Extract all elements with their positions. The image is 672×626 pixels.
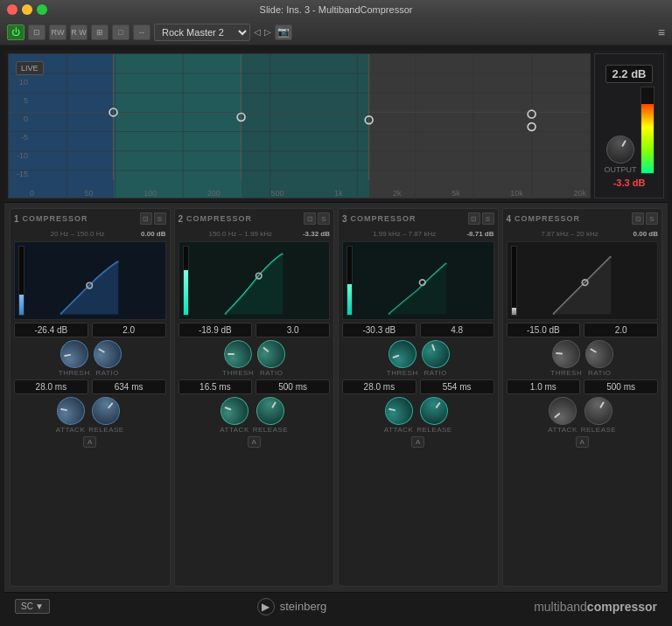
steinberg-icon: ▶	[257, 598, 275, 616]
band-4-display[interactable]	[507, 241, 659, 320]
band-3-release-value[interactable]: 554 ms	[420, 379, 494, 394]
band-1-thresh-value[interactable]: -26.4 dB	[14, 323, 88, 337]
band-2-thresh-value[interactable]: -18.9 dB	[178, 323, 253, 337]
band-4-attack-value[interactable]: 1.0 ms	[507, 379, 581, 394]
output-section: 2.2 dB OUTPUT -3.3 dB	[594, 53, 664, 198]
band-2-label: COMPRESSOR	[186, 214, 300, 223]
expand-button[interactable]: ≡	[658, 25, 665, 39]
band-4-auto-button[interactable]: A	[576, 436, 589, 448]
band-3-thresh-knob[interactable]	[384, 336, 420, 372]
maximize-button[interactable]	[37, 4, 47, 15]
spectrum-y-labels: 15 10 5 0 -5 -10 -15	[10, 58, 28, 180]
band-4-ratio-knob[interactable]	[580, 335, 619, 373]
toolbar-btn-2[interactable]: RW	[49, 24, 66, 40]
band-1-ratio-knob[interactable]	[88, 335, 127, 373]
minimize-button[interactable]	[22, 4, 32, 15]
band-4-attack-knob[interactable]	[543, 391, 583, 430]
band-2-ratio-value[interactable]: 3.0	[256, 323, 330, 337]
band-2-thresh-knob[interactable]	[224, 340, 252, 368]
spectrum-grid	[9, 54, 590, 199]
band-3-solo[interactable]: S	[482, 212, 494, 225]
toolbar-btn-5[interactable]: □	[112, 24, 130, 40]
toolbar-btn-1[interactable]: ⊡	[28, 24, 46, 40]
band-2-attack-value[interactable]: 16.5 ms	[178, 379, 253, 394]
band-4-thresh-value[interactable]: -15.0 dB	[507, 323, 581, 337]
band-2-bypass[interactable]: ⊡	[304, 212, 316, 225]
band-3-meter-fill	[347, 284, 352, 315]
band-4-release-value[interactable]: 500 ms	[584, 379, 658, 394]
band-1-release-knob-group: RELEASE	[88, 397, 123, 434]
toolbar-btn-3[interactable]: R W	[70, 24, 88, 40]
band-2-display[interactable]	[178, 241, 331, 320]
band-2-attack-knob[interactable]	[217, 393, 253, 428]
snapshot-button[interactable]: 📷	[275, 24, 292, 40]
band-4-thresh-knob-group: THRESH	[550, 340, 582, 377]
band-4-solo[interactable]: S	[646, 212, 658, 225]
band-2-params: -18.9 dB 3.0	[178, 323, 331, 337]
band-1-thresh-knob[interactable]	[58, 337, 90, 370]
band-2-range: 150.0 Hz – 1.99 kHz -3.32 dB	[178, 229, 331, 239]
prev-preset-arrow[interactable]: ◁	[254, 27, 261, 37]
toolbar-btn-4[interactable]: ⊞	[91, 24, 108, 40]
band-1-meter	[18, 246, 24, 316]
band-3-ratio-value[interactable]: 4.8	[420, 323, 494, 337]
next-preset-arrow[interactable]: ▷	[264, 27, 271, 37]
band-4-number: 4	[507, 214, 512, 224]
band-1-display[interactable]	[14, 241, 166, 320]
preset-selector[interactable]: Rock Master 2	[154, 24, 250, 41]
band-1-ratio-knob-group: RATIO	[94, 340, 122, 377]
band-2-ratio-knob[interactable]	[252, 334, 291, 373]
band-3-attack-value[interactable]: 28.0 ms	[342, 379, 416, 394]
band-3-ratio-knob[interactable]	[417, 336, 453, 372]
band-1-ratio-label: RATIO	[96, 369, 119, 377]
band-4-ratio-value[interactable]: 2.0	[584, 323, 658, 337]
window-title: Slide: Ins. 3 - MultibandCompressor	[260, 4, 413, 15]
band-3-thresh-value[interactable]: -30.3 dB	[342, 323, 416, 337]
band-4-release-knob-group: RELEASE	[581, 397, 616, 434]
sc-button[interactable]: SC ▼	[15, 599, 50, 614]
band-4-release-knob[interactable]	[579, 392, 618, 430]
output-meter	[640, 87, 654, 174]
band-4-knobs: THRESH RATIO	[507, 340, 659, 377]
band-1-solo[interactable]: S	[154, 212, 166, 225]
band-1-auto-button[interactable]: A	[83, 436, 96, 448]
band-3-auto-button[interactable]: A	[411, 436, 424, 448]
band-2-solo[interactable]: S	[318, 212, 330, 225]
live-button[interactable]: LIVE	[16, 61, 44, 75]
band-1-ratio-value[interactable]: 2.0	[92, 323, 166, 337]
band-3-attack-knob[interactable]	[382, 394, 415, 427]
band-2-number: 2	[178, 214, 184, 224]
band-4-label: COMPRESSOR	[514, 214, 628, 223]
band-1-attack-value[interactable]: 28.0 ms	[14, 379, 88, 394]
close-button[interactable]	[7, 4, 18, 15]
band-3-params: -30.3 dB 4.8	[342, 323, 494, 337]
sc-arrow: ▼	[35, 602, 44, 611]
band-2-release-knob[interactable]	[251, 392, 290, 430]
band-1-release-knob[interactable]	[87, 391, 126, 430]
toolbar-btn-6[interactable]: ↔	[133, 24, 150, 40]
band-1-range: 20 Hz – 150.0 Hz 0.00 dB	[14, 229, 166, 239]
steinberg-logo: ▶ steinberg	[257, 598, 326, 616]
band-1-release-value[interactable]: 634 ms	[92, 379, 166, 394]
spectrum-display[interactable]: 15 10 5 0 -5 -10 -15 0 50 100 200 500 1k…	[8, 53, 591, 198]
band-3-display[interactable]	[342, 241, 494, 320]
power-button[interactable]: ⏻	[7, 24, 24, 40]
band-2-attack-knob-group: ATTACK	[220, 397, 248, 434]
spectrum-area: 15 10 5 0 -5 -10 -15 0 50 100 200 500 1k…	[4, 50, 668, 203]
traffic-lights	[7, 4, 47, 15]
band-1-params: -26.4 dB 2.0	[14, 323, 166, 337]
band-1-attack-knob[interactable]	[54, 394, 87, 427]
band-4-ar-knobs: ATTACK RELEASE	[507, 397, 659, 434]
output-knob[interactable]	[601, 130, 640, 169]
band-3-bypass[interactable]: ⊡	[468, 212, 480, 225]
spectrum-x-labels: 0 50 100 200 500 1k 2k 5k 10k 20k	[26, 189, 590, 198]
band-strip-4: 4 COMPRESSOR ⊡ S 7.87 kHz – 20 kHz 0.00 …	[502, 208, 663, 587]
band-2-thresh-knob-group: THRESH	[222, 340, 254, 377]
band-4-bypass[interactable]: ⊡	[632, 212, 644, 225]
band-3-release-knob[interactable]	[415, 392, 454, 431]
band-3-curve	[355, 242, 490, 319]
band-4-thresh-knob[interactable]	[551, 339, 582, 370]
band-2-auto-button[interactable]: A	[248, 436, 261, 448]
band-1-bypass[interactable]: ⊡	[140, 212, 152, 225]
band-2-release-value[interactable]: 500 ms	[256, 379, 330, 394]
